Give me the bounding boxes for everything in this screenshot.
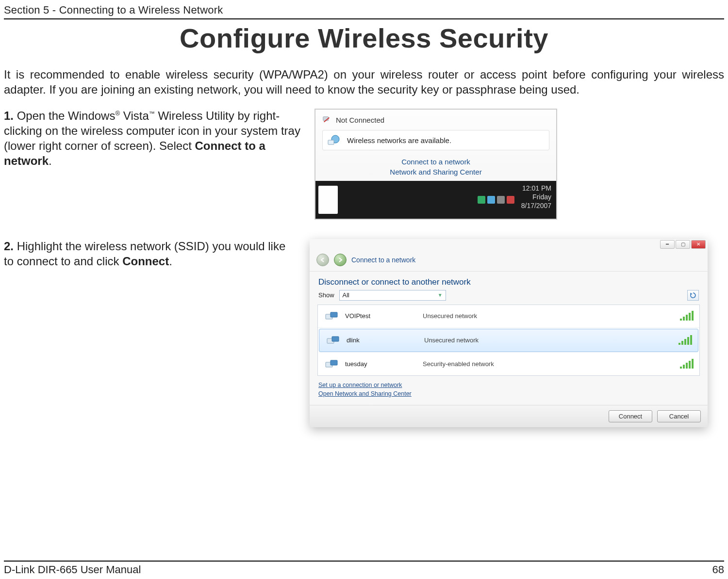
svg-rect-7: [332, 337, 339, 341]
refresh-button[interactable]: [687, 290, 699, 301]
wireless-available-label: Wireless networks are available.: [347, 136, 451, 145]
page-title: Configure Wireless Security: [4, 22, 724, 54]
signal-icon: [680, 312, 694, 321]
network-row[interactable]: tuesday Security-enabled network: [318, 353, 699, 375]
connect-button[interactable]: Connect: [609, 410, 652, 422]
taskbar-button[interactable]: [318, 186, 338, 214]
window-close-button[interactable]: ✕: [691, 240, 706, 249]
network-security: Security-enabled network: [423, 360, 680, 368]
page-number: 68: [712, 563, 724, 576]
step1-number: 1.: [4, 109, 14, 122]
nav-forward-button[interactable]: [334, 254, 347, 266]
rule-top: [4, 18, 724, 19]
window-maximize-button[interactable]: ▢: [676, 240, 690, 249]
setup-connection-link[interactable]: Set up a connection or network: [318, 381, 699, 389]
open-sharing-center-link[interactable]: Open Network and Sharing Center: [318, 389, 699, 398]
taskbar: 12:01 PM Friday 8/17/2007: [315, 181, 556, 219]
network-row[interactable]: dlink Unsecured network: [319, 329, 698, 352]
section-header: Section 5 - Connecting to a Wireless Net…: [4, 4, 724, 16]
network-name: VOIPtest: [345, 312, 423, 320]
network-list: VOIPtest Unsecured network dlink Unsecur…: [317, 305, 700, 376]
arrow-right-icon: [337, 257, 343, 263]
breadcrumb: Connect to a network: [351, 256, 415, 264]
arrow-left-icon: [320, 257, 326, 263]
svg-rect-5: [331, 312, 337, 317]
signal-icon: [680, 360, 694, 369]
tray-icons[interactable]: [475, 181, 517, 219]
network-security: Unsecured network: [424, 337, 678, 344]
dialog-heading: Disconnect or connect to another network: [310, 277, 708, 290]
network-icon: [324, 358, 340, 370]
screenshot-tray-popup: Not Connected Wireless networks are avai…: [314, 109, 557, 220]
step2-number: 2.: [4, 240, 14, 253]
network-name: tuesday: [345, 360, 423, 368]
network-name: dlink: [347, 337, 424, 344]
network-security: Unsecured network: [423, 312, 680, 320]
chevron-down-icon: ▼: [438, 292, 443, 298]
signal-icon: [678, 336, 692, 345]
show-filter-select[interactable]: All ▼: [339, 290, 446, 301]
manual-name: D-Link DIR-665 User Manual: [4, 563, 141, 576]
rule-bottom: [4, 561, 724, 562]
intro-paragraph: It is recommended to enable wireless sec…: [4, 67, 724, 97]
not-connected-label: Not Connected: [336, 116, 384, 124]
svg-rect-9: [331, 360, 337, 365]
network-icon: [325, 334, 342, 347]
show-label: Show: [318, 291, 334, 299]
screenshot-connect-dialog: ━ ▢ ✕ Connect to a network Disconnect or…: [310, 239, 708, 427]
network-row[interactable]: VOIPtest Unsecured network: [318, 305, 699, 328]
refresh-icon: [690, 292, 696, 299]
network-icon: [324, 310, 340, 322]
nav-back-button[interactable]: [316, 254, 329, 266]
wireless-available-icon: [327, 133, 340, 147]
step1-text: 1. Open the Windows® Vista™ Wireless Uti…: [4, 109, 314, 168]
cancel-button[interactable]: Cancel: [657, 410, 701, 422]
connect-link[interactable]: Connect to a network: [322, 157, 549, 167]
sharing-center-link[interactable]: Network and Sharing Center: [322, 167, 549, 177]
clock: 12:01 PM Friday 8/17/2007: [517, 181, 556, 219]
window-minimize-button[interactable]: ━: [660, 240, 675, 249]
step2-text: 2. Highlight the wireless network (SSID)…: [4, 239, 310, 269]
svg-rect-3: [328, 140, 334, 145]
not-connected-icon: [322, 115, 331, 124]
